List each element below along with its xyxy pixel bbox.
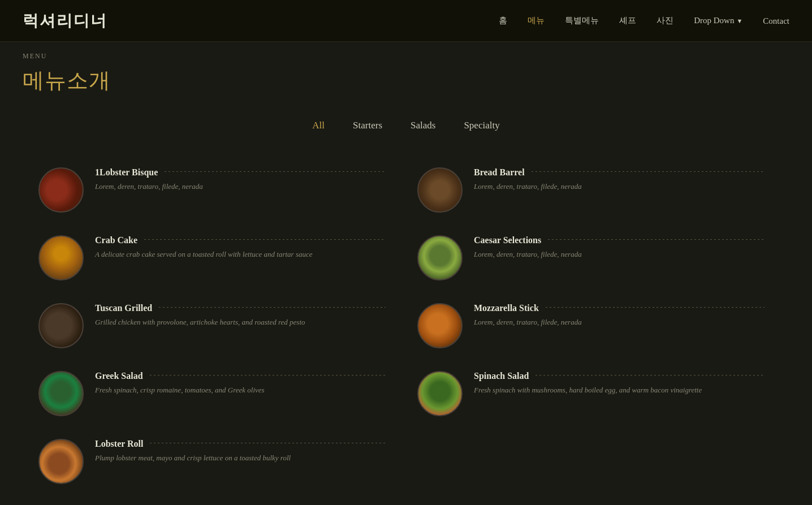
menu-item: Tuscan Grilled Grilled chicken with prov…: [27, 292, 406, 360]
menu-item: Crab Cake A delicate crab cake served on…: [27, 224, 406, 292]
menu-item: Lobster Roll Plump lobster meat, mayo an…: [27, 428, 406, 495]
menu-item-content: Lobster Roll Plump lobster meat, mayo an…: [95, 439, 389, 464]
menu-item-description: Plump lobster meat, mayo and crisp lettu…: [95, 452, 389, 464]
dotted-separator: [150, 375, 386, 375]
nav-link-chef[interactable]: 셰프: [619, 16, 636, 25]
nav-link-special[interactable]: 특별메뉴: [565, 16, 599, 25]
tab-all[interactable]: All: [312, 118, 325, 133]
menu-item-content: Mozzarella Stick Lorem, deren, trataro, …: [474, 303, 768, 328]
menu-item-header: Mozzarella Stick: [474, 303, 768, 313]
menu-item-description: Grilled chicken with provolone, artichok…: [95, 317, 389, 328]
tab-salads[interactable]: Salads: [411, 118, 435, 133]
menu-item-content: Crab Cake A delicate crab cake served on…: [95, 235, 389, 260]
menu-item-description: Lorem, deren, trataro, filede, nerada: [474, 317, 768, 328]
menu-item-image: [417, 303, 463, 348]
tab-starters[interactable]: Starters: [353, 118, 382, 133]
nav-link-home[interactable]: 홈: [499, 16, 507, 25]
page-title: 메뉴소개: [0, 61, 812, 112]
menu-item-image: [417, 167, 463, 213]
dotted-separator: [144, 239, 386, 240]
dotted-separator: [532, 171, 765, 172]
menu-item: Mozzarella Stick Lorem, deren, trataro, …: [406, 292, 785, 360]
navigation: 럭셔리디너 홈 메뉴 특별메뉴 셰프 사진 Drop Down ▼ Contac…: [0, 0, 812, 42]
menu-item-image: [38, 439, 84, 484]
menu-item: Spinach Salad Fresh spinach with mushroo…: [406, 360, 785, 428]
filter-tabs: All Starters Salads Specialty: [0, 112, 812, 156]
dotted-separator: [165, 171, 386, 172]
menu-item-content: Caesar Selections Lorem, deren, trataro,…: [474, 235, 768, 260]
menu-item-content: Tuscan Grilled Grilled chicken with prov…: [95, 303, 389, 328]
menu-item-header: Greek Salad: [95, 371, 389, 381]
menu-item-header: Tuscan Grilled: [95, 303, 389, 313]
dropdown-label: Drop Down: [694, 16, 734, 25]
menu-item-description: Fresh spinach with mushrooms, hard boile…: [474, 385, 768, 396]
menu-item-description: Fresh spinach, crisp romaine, tomatoes, …: [95, 385, 389, 396]
menu-item-name: Mozzarella Stick: [474, 303, 539, 313]
menu-grid: 1Lobster Bisque Lorem, deren, trataro, f…: [10, 156, 802, 495]
nav-link-photos[interactable]: 사진: [656, 16, 673, 25]
menu-item-header: 1Lobster Bisque: [95, 167, 389, 178]
nav-dropdown[interactable]: Drop Down ▼: [694, 16, 742, 25]
menu-item-description: Lorem, deren, trataro, filede, nerada: [474, 181, 768, 192]
menu-item-name: Crab Cake: [95, 235, 137, 245]
menu-item: 1Lobster Bisque Lorem, deren, trataro, f…: [27, 156, 406, 224]
dotted-separator: [150, 443, 386, 443]
menu-item-header: Lobster Roll: [95, 439, 389, 449]
menu-item-image: [38, 235, 84, 280]
nav-link-menu[interactable]: 메뉴: [528, 16, 545, 25]
menu-item-name: Caesar Selections: [474, 235, 541, 245]
menu-item-description: Lorem, deren, trataro, filede, nerada: [474, 249, 768, 260]
menu-item-name: Spinach Salad: [474, 371, 529, 381]
tab-specialty[interactable]: Specialty: [464, 118, 499, 133]
dotted-separator: [535, 375, 765, 375]
menu-item-content: Greek Salad Fresh spinach, crisp romaine…: [95, 371, 389, 396]
menu-item-description: Lorem, deren, trataro, filede, nerada: [95, 181, 389, 192]
menu-item-header: Bread Barrel: [474, 167, 768, 178]
menu-item-image: [38, 303, 84, 348]
site-logo[interactable]: 럭셔리디너: [23, 10, 107, 32]
menu-item-name: Bread Barrel: [474, 167, 525, 178]
menu-item-header: Spinach Salad: [474, 371, 768, 381]
chevron-down-icon: ▼: [736, 18, 742, 24]
menu-item-header: Crab Cake: [95, 235, 389, 245]
menu-item-name: 1Lobster Bisque: [95, 167, 158, 178]
menu-item-content: Bread Barrel Lorem, deren, trataro, file…: [474, 167, 768, 192]
menu-item: Bread Barrel Lorem, deren, trataro, file…: [406, 156, 785, 224]
menu-item-description: A delicate crab cake served on a toasted…: [95, 249, 389, 260]
nav-link-contact[interactable]: Contact: [763, 16, 789, 25]
menu-item-image: [417, 235, 463, 280]
nav-links: 홈 메뉴 특별메뉴 셰프 사진 Drop Down ▼ Contact: [499, 15, 789, 26]
dotted-separator: [546, 307, 765, 308]
menu-item-image: [417, 371, 463, 416]
menu-item-content: Spinach Salad Fresh spinach with mushroo…: [474, 371, 768, 396]
menu-item-name: Tuscan Grilled: [95, 303, 152, 313]
menu-item-name: Lobster Roll: [95, 439, 143, 449]
menu-item-image: [38, 371, 84, 416]
menu-item-image: [38, 167, 84, 213]
menu-item-content: 1Lobster Bisque Lorem, deren, trataro, f…: [95, 167, 389, 192]
dotted-separator: [159, 307, 386, 308]
breadcrumb: MENU: [0, 42, 812, 61]
menu-item-header: Caesar Selections: [474, 235, 768, 245]
menu-item: Caesar Selections Lorem, deren, trataro,…: [406, 224, 785, 292]
menu-item-name: Greek Salad: [95, 371, 143, 381]
dotted-separator: [548, 239, 765, 240]
menu-item: Greek Salad Fresh spinach, crisp romaine…: [27, 360, 406, 428]
